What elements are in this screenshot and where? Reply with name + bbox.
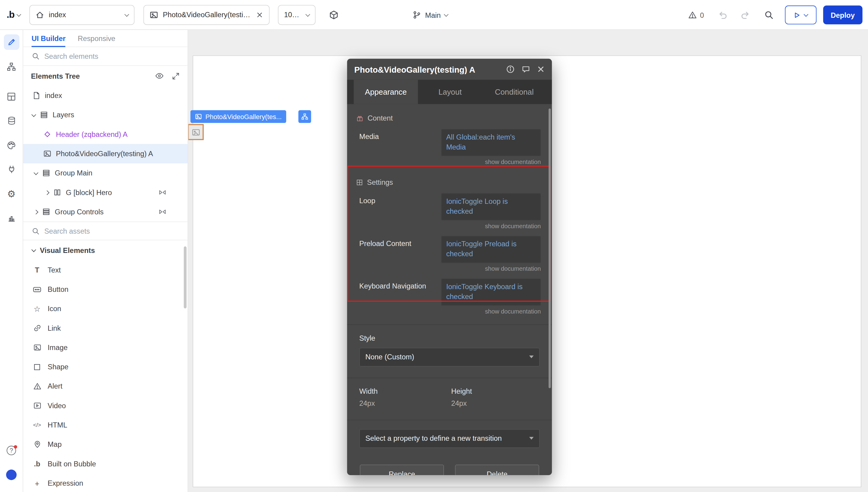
bubble-logo-menu[interactable]: .b [7, 9, 21, 20]
tab-layout[interactable]: Layout [418, 80, 482, 104]
popup-scrollbar[interactable] [548, 108, 551, 388]
palette-item-label: Link [48, 324, 61, 332]
branch-selector[interactable]: Main [412, 0, 448, 30]
palette-item-built-on-bubble[interactable]: .b Built on Bubble [23, 454, 188, 473]
show-documentation-link[interactable]: show documentation [347, 265, 541, 272]
chevron-down-icon [125, 12, 129, 17]
plus-icon: + [32, 479, 42, 488]
tree-item-group-main[interactable]: Group Main [23, 164, 188, 183]
keyboard-value-box[interactable]: IonicToggle Keyboard is checked [441, 278, 541, 305]
palette-item-image[interactable]: Image [23, 338, 188, 357]
logs-tab[interactable] [0, 206, 23, 230]
grid-icon [7, 92, 16, 101]
preview-button[interactable] [785, 5, 816, 24]
loop-value-box[interactable]: IonicToggle Loop is checked [441, 193, 541, 220]
image-icon [43, 150, 52, 158]
close-icon[interactable] [537, 66, 545, 73]
chevron-right-icon[interactable] [45, 190, 49, 195]
zoom-selector[interactable]: 100% [278, 5, 315, 25]
search-icon[interactable] [764, 10, 774, 20]
styles-tab[interactable] [0, 133, 23, 157]
canvas[interactable]: Photo&VideoGallery(tes... Photo&VideoGal… [188, 30, 868, 492]
tree-item-label: index [45, 91, 62, 100]
palette-item-icon[interactable]: ☆ Icon [23, 299, 188, 318]
issues-indicator[interactable]: 0 [688, 10, 704, 19]
replace-button[interactable]: Replace [360, 464, 444, 475]
palette-item-shape[interactable]: Shape [23, 357, 188, 376]
style-dropdown[interactable]: None (Custom) [359, 348, 540, 366]
settings-section-title: Settings [367, 178, 393, 187]
preload-value-box[interactable]: IonicToggle Preload is checked [441, 236, 541, 263]
hidden-element-icon[interactable] [158, 208, 167, 216]
eye-icon[interactable] [155, 71, 164, 80]
gallery-element-placeholder[interactable] [188, 124, 204, 140]
tab-responsive[interactable]: Responsive [78, 30, 116, 46]
transition-dropdown[interactable]: Select a property to define a new transi… [359, 429, 540, 448]
search-elements-input[interactable] [44, 52, 179, 60]
settings-tab[interactable]: ⚙ [0, 181, 23, 206]
search-assets-input[interactable] [44, 227, 179, 235]
palette-item-map[interactable]: Map [23, 435, 188, 454]
tree-item-layers[interactable]: Layers [23, 105, 188, 124]
show-documentation-link[interactable]: show documentation [347, 222, 541, 229]
height-value: 24px [451, 399, 543, 408]
panel-scrollbar[interactable] [184, 246, 186, 309]
visual-elements-header[interactable]: Visual Elements [23, 240, 188, 260]
image-icon [150, 10, 158, 19]
hidden-element-icon[interactable] [158, 188, 167, 197]
property-editor-titlebar[interactable]: Photo&VideoGallery(testing) A [347, 59, 552, 80]
info-icon[interactable] [506, 65, 515, 74]
chevron-down-icon[interactable] [31, 112, 36, 117]
element-selector[interactable]: Photo&VideoGallery(testin... [144, 5, 270, 25]
workflow-tab[interactable] [0, 54, 23, 79]
tree-item-header[interactable]: Header (zqbackend) A [23, 124, 188, 144]
data-tab[interactable] [0, 108, 23, 133]
redo-icon[interactable] [741, 10, 750, 20]
tree-item-index[interactable]: index [23, 86, 188, 105]
element-hierarchy-button[interactable] [298, 110, 311, 123]
help-button[interactable]: ? [0, 438, 23, 463]
layout-tab[interactable] [0, 84, 23, 108]
chevron-down-icon [444, 12, 449, 17]
page-selector[interactable]: index [29, 5, 135, 25]
design-tab[interactable] [0, 30, 23, 54]
palette-item-label: Button [48, 285, 69, 294]
palette-item-link[interactable]: Link [23, 318, 188, 338]
undo-icon[interactable] [717, 10, 727, 20]
chevron-right-icon[interactable] [34, 210, 39, 214]
palette-item-alert[interactable]: Alert [23, 376, 188, 396]
tree-item-group-controls[interactable]: Group Controls [23, 202, 188, 221]
dropdown-arrow-icon [529, 437, 534, 440]
chevron-down-icon [17, 12, 21, 17]
delete-button[interactable]: Delete [455, 464, 539, 475]
component-library-icon[interactable] [329, 10, 339, 20]
deploy-button[interactable]: Deploy [823, 5, 863, 24]
show-documentation-link[interactable]: show documentation [347, 308, 541, 315]
palette-item-label: Image [48, 343, 68, 352]
account-button[interactable] [0, 463, 23, 487]
content-section-header: Content [356, 114, 543, 122]
palette-item-text[interactable]: T Text [23, 260, 188, 279]
height-field: Height 24px [451, 387, 543, 407]
chevron-down-icon[interactable] [34, 170, 39, 175]
width-label: Width [359, 387, 451, 395]
palette-item-video[interactable]: Video [23, 396, 188, 415]
tab-ui-builder[interactable]: UI Builder [32, 30, 66, 46]
palette-item-expression[interactable]: + Expression [23, 473, 188, 492]
show-documentation-link[interactable]: show documentation [347, 158, 541, 165]
selected-element-tag[interactable]: Photo&VideoGallery(tes... [190, 110, 286, 123]
tab-appearance[interactable]: Appearance [354, 80, 418, 104]
expand-icon[interactable] [172, 72, 180, 80]
media-value-box[interactable]: All Global:each item's Media [441, 129, 541, 156]
diamond-icon [43, 130, 52, 139]
tree-item-photogallery[interactable]: Photo&VideoGallery(testing) A [23, 144, 188, 164]
tree-item-block-hero[interactable]: G [block] Hero [23, 183, 188, 202]
comment-icon[interactable] [521, 65, 530, 74]
palette-item-html[interactable]: </> HTML [23, 415, 188, 435]
keyboard-field-row: Keyboard Navigation IonicToggle Keyboard… [347, 278, 552, 305]
divider [347, 324, 552, 325]
tab-conditional[interactable]: Conditional [482, 80, 546, 104]
plugins-tab[interactable] [0, 157, 23, 182]
close-icon[interactable] [256, 11, 264, 19]
palette-item-button[interactable]: Button [23, 280, 188, 299]
